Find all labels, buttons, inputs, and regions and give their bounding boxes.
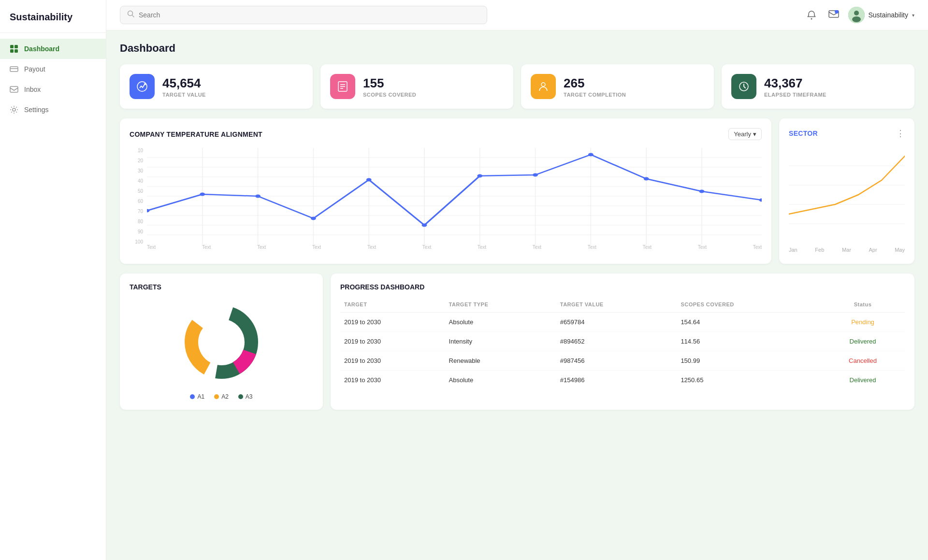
inbox-icon (10, 85, 18, 94)
stat-card-elapsed-timeframe: 43,367 ELAPSED TIMEFRAME (722, 64, 914, 109)
sector-chart-wrap (789, 146, 905, 243)
sidebar-item-settings[interactable]: Settings (0, 100, 106, 120)
progress-table: TARGET TARGET TYPE TARGET VALUE SCOPES C… (340, 299, 905, 389)
col-target-value: TARGET VALUE (556, 299, 677, 313)
svg-point-46 (311, 217, 316, 220)
elapsed-timeframe-icon (731, 74, 756, 99)
stat-info-elapsed-timeframe: 43,367 ELAPSED TIMEFRAME (764, 76, 826, 98)
svg-point-45 (255, 195, 261, 198)
stat-info-target-completion: 265 TARGET COMPLETION (564, 76, 626, 98)
stat-value-target-value: 45,654 (162, 76, 206, 91)
legend-a3: A3 (238, 393, 253, 400)
message-icon[interactable] (826, 7, 841, 23)
stat-value-scopes-covered: 155 (363, 76, 416, 91)
stat-value-target-completion: 265 (564, 76, 626, 91)
col-status: Status (821, 299, 905, 313)
svg-point-8 (128, 11, 133, 16)
table-header-row: TARGET TARGET TYPE TARGET VALUE SCOPES C… (340, 299, 905, 313)
main-content: Sustainability ▾ Dashboard 45,654 TARGET (106, 0, 928, 560)
table-row: 2019 to 2030 Absolute #154986 1250.65 De… (340, 371, 905, 390)
svg-rect-1 (14, 45, 18, 48)
svg-point-51 (588, 153, 594, 157)
filter-caret-icon: ▾ (753, 130, 756, 138)
page-title: Dashboard (120, 42, 914, 55)
svg-point-54 (759, 199, 762, 202)
legend-dot-a3 (238, 394, 243, 399)
cell-scopes: 114.56 (677, 332, 821, 351)
stat-label-target-value: TARGET VALUE (162, 92, 206, 98)
settings-icon (10, 105, 18, 114)
table-row: 2019 to 2030 Intensity #894652 114.56 De… (340, 332, 905, 351)
cell-scopes: 150.99 (677, 351, 821, 371)
sidebar-item-dashboard-label: Dashboard (24, 45, 59, 53)
sidebar-nav: Dashboard Payout Inbox (0, 33, 106, 126)
search-input[interactable] (139, 11, 480, 19)
col-scopes-covered: SCOPES COVERED (677, 299, 821, 313)
svg-point-12 (835, 10, 839, 14)
target-completion-icon (531, 74, 556, 99)
header: Sustainability ▾ (106, 0, 928, 30)
temperature-chart-svg (147, 148, 762, 244)
notification-icon[interactable] (804, 7, 819, 23)
y-axis-labels: 100 90 80 70 60 50 40 30 20 10 (130, 148, 145, 244)
stat-label-scopes-covered: SCOPES COVERED (363, 92, 416, 98)
table-row: 2019 to 2030 Renewable #987456 150.99 Ca… (340, 351, 905, 371)
svg-point-17 (144, 83, 146, 85)
sector-chart-svg (789, 146, 905, 243)
sidebar-item-payout-label: Payout (24, 65, 45, 73)
legend-a2: A2 (214, 393, 229, 400)
stat-card-target-completion: 265 TARGET COMPLETION (521, 64, 714, 109)
scopes-covered-icon (330, 74, 355, 99)
sidebar-item-payout[interactable]: Payout (0, 59, 106, 79)
legend-dot-a1 (190, 394, 195, 399)
bottom-row: TARGETS A1 (120, 273, 914, 410)
profile-name: Sustainability (869, 11, 909, 19)
progress-dashboard-title: PROGRESS DASHBOARD (340, 283, 905, 291)
sidebar-logo: Sustainability (0, 0, 106, 33)
sector-options-icon[interactable]: ⋮ (896, 128, 905, 139)
temperature-chart-filter[interactable]: Yearly ▾ (728, 128, 762, 140)
col-target: TARGET (340, 299, 445, 313)
svg-point-49 (477, 174, 482, 178)
filter-label: Yearly (734, 130, 751, 138)
legend-label-a2: A2 (221, 393, 229, 400)
svg-point-47 (366, 178, 372, 182)
profile-caret-icon: ▾ (912, 13, 914, 18)
svg-point-48 (422, 224, 427, 227)
svg-point-44 (200, 193, 205, 196)
svg-point-53 (699, 190, 704, 193)
sector-chart-title: SECTOR (789, 129, 818, 137)
cell-status: Pending (821, 313, 905, 332)
cell-type: Intensity (445, 332, 556, 351)
charts-row: COMPANY TEMPERATURE ALIGNMENT Yearly ▾ 1… (120, 118, 914, 264)
stat-label-target-completion: TARGET COMPLETION (564, 92, 626, 98)
svg-rect-0 (10, 45, 14, 48)
legend-dot-a2 (214, 394, 219, 399)
sidebar: Sustainability Dashboard Payout (0, 0, 106, 560)
x-axis-labels: Text Text Text Text Text Text Text Text … (147, 244, 762, 254)
legend-label-a1: A1 (197, 393, 204, 400)
cell-target: 2019 to 2030 (340, 351, 445, 371)
temperature-chart-header: COMPANY TEMPERATURE ALIGNMENT Yearly ▾ (130, 128, 762, 140)
header-profile[interactable]: Sustainability ▾ (848, 7, 915, 23)
cell-scopes: 1250.65 (677, 371, 821, 390)
targets-card: TARGETS A1 (120, 273, 323, 410)
svg-point-10 (811, 18, 812, 20)
cell-value: #659784 (556, 313, 677, 332)
donut-legend: A1 A2 A3 (190, 393, 252, 400)
sidebar-item-inbox[interactable]: Inbox (0, 79, 106, 100)
legend-a1: A1 (190, 393, 204, 400)
svg-point-50 (533, 173, 538, 177)
cell-status: Delivered (821, 371, 905, 390)
col-target-type: TARGET TYPE (445, 299, 556, 313)
search-bar[interactable] (120, 6, 487, 24)
header-right: Sustainability ▾ (804, 7, 915, 23)
stat-label-elapsed-timeframe: ELAPSED TIMEFRAME (764, 92, 826, 98)
avatar (848, 7, 865, 23)
cell-target: 2019 to 2030 (340, 332, 445, 351)
stat-card-target-value: 45,654 TARGET VALUE (120, 64, 313, 109)
temperature-chart-wrap: 100 90 80 70 60 50 40 30 20 10 (130, 148, 762, 254)
sidebar-item-dashboard[interactable]: Dashboard (0, 39, 106, 59)
cell-value: #987456 (556, 351, 677, 371)
svg-point-14 (854, 11, 859, 15)
